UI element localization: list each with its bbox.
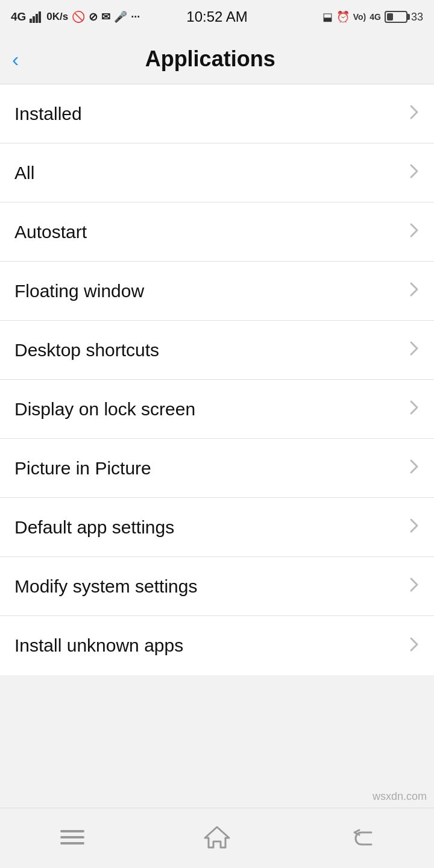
svg-rect-1 xyxy=(33,16,35,23)
chevron-right-icon xyxy=(409,281,420,301)
chevron-right-icon xyxy=(409,163,420,183)
home-icon xyxy=(204,826,230,851)
alarm-icon: ⏰ xyxy=(336,10,350,24)
svg-rect-4 xyxy=(60,830,84,832)
chevron-right-icon xyxy=(409,104,420,124)
chevron-right-icon xyxy=(409,399,420,419)
bottom-navigation xyxy=(0,808,434,868)
network-indicator: 4G xyxy=(11,10,26,24)
menu-item-all[interactable]: All xyxy=(0,143,434,203)
back-nav-icon xyxy=(350,828,374,849)
content-spacer xyxy=(0,675,434,808)
hamburger-icon xyxy=(60,828,84,849)
chevron-right-icon xyxy=(409,340,420,360)
menu-item-autostart[interactable]: Autostart xyxy=(0,203,434,262)
nav-menu-button[interactable] xyxy=(48,820,96,857)
menu-item-desktop-shortcuts[interactable]: Desktop shortcuts xyxy=(0,321,434,380)
bluetooth-icon: ⬓ xyxy=(322,10,333,24)
signal-bars-icon xyxy=(30,11,43,23)
data-speed: 0K/s xyxy=(46,11,68,23)
volte-indicator: Vo) xyxy=(353,12,366,22)
menu-item-label-install-unknown-apps: Install unknown apps xyxy=(14,635,183,656)
menu-item-picture-in-picture[interactable]: Picture in Picture xyxy=(0,439,434,498)
header: ‹ Applications xyxy=(0,34,434,84)
menu-item-label-picture-in-picture: Picture in Picture xyxy=(14,458,151,479)
status-time: 10:52 AM xyxy=(186,8,247,25)
menu-item-installed[interactable]: Installed xyxy=(0,84,434,143)
menu-item-label-desktop-shortcuts: Desktop shortcuts xyxy=(14,340,159,360)
do-not-disturb-icon: 🚫 xyxy=(72,10,85,24)
chevron-right-icon xyxy=(409,636,420,656)
menu-item-label-display-on-lock-screen: Display on lock screen xyxy=(14,399,195,420)
status-left: 4G 0K/s 🚫 ⊘ ✉ 🎤 ··· xyxy=(11,10,140,24)
menu-item-default-app-settings[interactable]: Default app settings xyxy=(0,498,434,557)
nav-home-button[interactable] xyxy=(193,820,241,857)
battery-fill xyxy=(387,13,393,20)
menu-item-modify-system-settings[interactable]: Modify system settings xyxy=(0,557,434,616)
chevron-right-icon xyxy=(409,458,420,478)
mail-icon: ✉ xyxy=(101,10,110,24)
chevron-right-icon xyxy=(409,576,420,596)
battery-indicator xyxy=(385,11,407,23)
svg-rect-2 xyxy=(36,14,38,23)
menu-item-label-all: All xyxy=(14,163,34,183)
nav-back-button[interactable] xyxy=(338,820,386,857)
svg-rect-0 xyxy=(30,19,32,23)
back-button[interactable]: ‹ xyxy=(12,44,26,74)
svg-rect-6 xyxy=(60,842,84,844)
privacy-icon: ⊘ xyxy=(89,10,98,24)
menu-item-label-floating-window: Floating window xyxy=(14,281,144,301)
status-right: ⬓ ⏰ Vo) 4G 33 xyxy=(322,10,423,24)
menu-item-label-autostart: Autostart xyxy=(14,222,87,242)
chevron-right-icon xyxy=(409,222,420,242)
menu-list: InstalledAllAutostartFloating windowDesk… xyxy=(0,84,434,675)
menu-item-label-modify-system-settings: Modify system settings xyxy=(14,576,197,597)
battery-percent: 33 xyxy=(411,11,423,24)
svg-rect-5 xyxy=(60,836,84,838)
menu-item-label-default-app-settings: Default app settings xyxy=(14,517,174,538)
menu-item-label-installed: Installed xyxy=(14,104,82,124)
menu-item-install-unknown-apps[interactable]: Install unknown apps xyxy=(0,616,434,675)
chevron-right-icon xyxy=(409,517,420,537)
mic-icon: 🎤 xyxy=(114,10,127,24)
menu-item-display-on-lock-screen[interactable]: Display on lock screen xyxy=(0,380,434,439)
lte-indicator: 4G xyxy=(370,12,381,22)
svg-rect-3 xyxy=(39,11,41,23)
menu-item-floating-window[interactable]: Floating window xyxy=(0,262,434,321)
status-bar: 4G 0K/s 🚫 ⊘ ✉ 🎤 ··· 10:52 AM ⬓ ⏰ Vo) 4G … xyxy=(0,0,434,34)
page-title: Applications xyxy=(26,46,394,72)
more-icon: ··· xyxy=(131,11,140,24)
